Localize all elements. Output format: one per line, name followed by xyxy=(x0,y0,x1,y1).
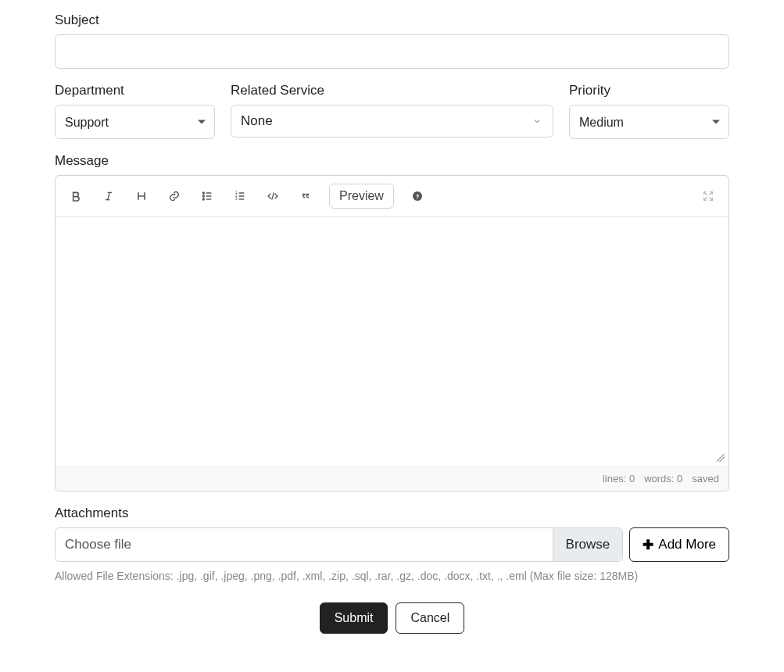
file-name-display: Choose file xyxy=(55,528,553,561)
resize-handle-icon[interactable] xyxy=(55,459,729,466)
subject-label: Subject xyxy=(55,13,729,28)
chevron-down-icon xyxy=(529,113,545,129)
words-value: 0 xyxy=(677,473,682,484)
help-icon[interactable]: ? xyxy=(408,187,427,206)
plus-icon: ✚ xyxy=(643,537,653,553)
message-editor: 123 Preview ? lines: 0 w xyxy=(55,175,729,491)
svg-text:3: 3 xyxy=(235,197,238,201)
add-more-label: Add More xyxy=(658,537,716,552)
message-label: Message xyxy=(55,153,729,169)
lines-label: lines: xyxy=(603,473,626,484)
file-input-group[interactable]: Choose file Browse xyxy=(55,527,623,562)
status-words: words: 0 xyxy=(644,473,682,484)
department-select[interactable]: Support xyxy=(55,105,215,139)
submit-button[interactable]: Submit xyxy=(320,602,388,634)
link-icon[interactable] xyxy=(165,187,184,206)
attachments-hint: Allowed File Extensions: .jpg, .gif, .jp… xyxy=(55,570,729,582)
svg-line-18 xyxy=(272,192,274,199)
words-label: words: xyxy=(644,473,674,484)
fullscreen-icon[interactable] xyxy=(699,187,718,206)
ordered-list-icon[interactable]: 123 xyxy=(231,187,249,206)
bold-icon[interactable] xyxy=(66,187,85,206)
italic-icon[interactable] xyxy=(99,187,118,206)
code-icon[interactable] xyxy=(263,187,282,206)
svg-point-7 xyxy=(202,195,204,197)
status-lines: lines: 0 xyxy=(603,473,635,484)
add-more-button[interactable]: ✚ Add More xyxy=(629,527,729,562)
priority-label: Priority xyxy=(569,83,729,98)
heading-icon[interactable] xyxy=(132,187,151,206)
quote-icon[interactable] xyxy=(296,187,315,206)
related-service-select[interactable]: None xyxy=(231,105,553,138)
related-service-value: None xyxy=(241,113,273,129)
unordered-list-icon[interactable] xyxy=(198,187,217,206)
status-saved: saved xyxy=(692,473,719,484)
svg-line-0 xyxy=(108,192,110,199)
priority-select[interactable]: Medium xyxy=(569,105,729,139)
lines-value: 0 xyxy=(629,473,635,484)
editor-toolbar: 123 Preview ? xyxy=(55,176,729,217)
svg-text:?: ? xyxy=(415,193,419,200)
cancel-button[interactable]: Cancel xyxy=(396,602,464,634)
message-textarea[interactable] xyxy=(55,217,729,459)
svg-point-8 xyxy=(202,198,204,200)
department-label: Department xyxy=(55,83,215,98)
editor-statusbar: lines: 0 words: 0 saved xyxy=(55,466,729,491)
subject-input[interactable] xyxy=(55,34,729,69)
related-service-label: Related Service xyxy=(231,83,553,98)
svg-point-6 xyxy=(202,192,204,194)
preview-button[interactable]: Preview xyxy=(329,184,394,209)
attachments-label: Attachments xyxy=(55,506,729,521)
browse-button[interactable]: Browse xyxy=(553,528,623,561)
